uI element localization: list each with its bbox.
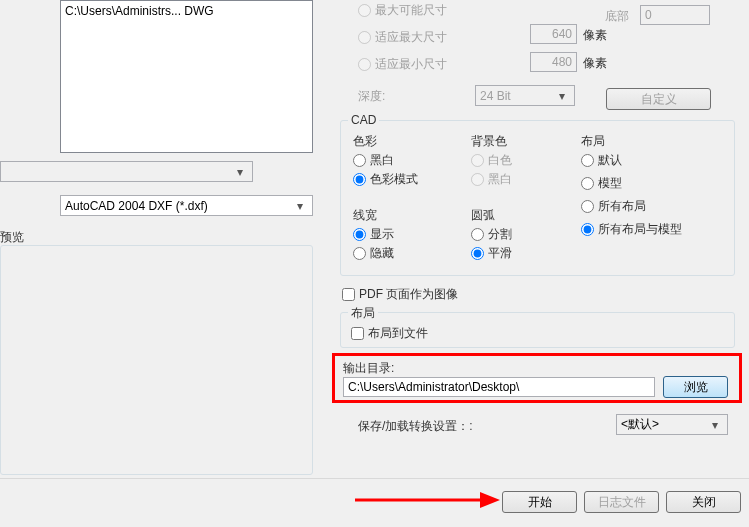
output-dir-label: 输出目录: xyxy=(343,360,394,377)
output-dir-input[interactable] xyxy=(343,377,655,397)
radio-white: 白色 xyxy=(471,152,512,169)
radio-show[interactable]: 显示 xyxy=(353,226,394,243)
depth-dropdown: 24 Bit ▾ xyxy=(475,85,575,106)
chevron-down-icon: ▾ xyxy=(554,89,570,103)
arrow-annotation xyxy=(350,485,510,515)
svg-marker-1 xyxy=(480,492,500,508)
bg-color-label: 背景色 xyxy=(471,133,512,150)
layout-group-legend: 布局 xyxy=(348,305,378,322)
radio-black: 黑白 xyxy=(471,171,512,188)
line-width-label: 线宽 xyxy=(353,207,394,224)
customize-button[interactable]: 自定义 xyxy=(606,88,711,110)
row-list-dropdown[interactable]: ▾ xyxy=(0,161,253,182)
depth-value: 24 Bit xyxy=(480,89,554,103)
preview-box xyxy=(0,245,313,475)
radio-fit-max: 适应最大尺寸 xyxy=(358,29,447,46)
file-list[interactable]: C:\Users\Administrs... DWG xyxy=(60,0,313,153)
radio-color-mode[interactable]: 色彩模式 xyxy=(353,171,418,188)
min-width-input xyxy=(530,52,577,72)
radio-default[interactable]: 默认 xyxy=(581,152,682,169)
list-item: C:\Users\Administrs... DWG xyxy=(65,3,308,19)
cad-group: CAD 色彩 黑白 色彩模式 背景色 白色 黑白 布局 默认 模型 所有布局 所… xyxy=(340,120,735,276)
settings-value: <默认> xyxy=(621,416,707,433)
log-file-button: 日志文件 xyxy=(584,491,659,513)
depth-label: 深度: xyxy=(358,88,385,105)
radio-all-layouts[interactable]: 所有布局 xyxy=(581,198,682,215)
radio-smooth[interactable]: 平滑 xyxy=(471,245,512,262)
footer-separator xyxy=(0,478,749,479)
radio-all-layouts-model[interactable]: 所有布局与模型 xyxy=(581,221,682,238)
radio-max-possible: 最大可能尺寸 xyxy=(358,2,447,19)
layout-label: 布局 xyxy=(581,133,682,150)
format-value: AutoCAD 2004 DXF (*.dxf) xyxy=(65,199,292,213)
save-load-label: 保存/加载转换设置：: xyxy=(358,418,473,435)
arc-label: 圆弧 xyxy=(471,207,512,224)
cad-legend: CAD xyxy=(348,113,379,127)
layout-group-box: 布局 布局到文件 xyxy=(340,312,735,348)
radio-bw[interactable]: 黑白 xyxy=(353,152,418,169)
pixels-label-1: 像素 xyxy=(583,27,607,44)
radio-fit-min: 适应最小尺寸 xyxy=(358,56,447,73)
settings-dropdown[interactable]: <默认> ▾ xyxy=(616,414,728,435)
chevron-down-icon: ▾ xyxy=(292,199,308,213)
color-label: 色彩 xyxy=(353,133,418,150)
preview-label: 预览 xyxy=(0,229,24,246)
checkbox-pdf-as-image[interactable]: PDF 页面作为图像 xyxy=(342,286,458,303)
bottom-input xyxy=(640,5,710,25)
chevron-down-icon: ▾ xyxy=(707,418,723,432)
radio-hide[interactable]: 隐藏 xyxy=(353,245,394,262)
start-button[interactable]: 开始 xyxy=(502,491,577,513)
pixels-label-2: 像素 xyxy=(583,55,607,72)
browse-button[interactable]: 浏览 xyxy=(663,376,728,398)
radio-segment[interactable]: 分割 xyxy=(471,226,512,243)
max-width-input xyxy=(530,24,577,44)
chevron-down-icon: ▾ xyxy=(232,165,248,179)
close-button[interactable]: 关闭 xyxy=(666,491,741,513)
radio-model[interactable]: 模型 xyxy=(581,175,682,192)
format-dropdown[interactable]: AutoCAD 2004 DXF (*.dxf) ▾ xyxy=(60,195,313,216)
bottom-label: 底部 xyxy=(605,8,629,25)
checkbox-layout-to-file[interactable]: 布局到文件 xyxy=(351,325,428,342)
